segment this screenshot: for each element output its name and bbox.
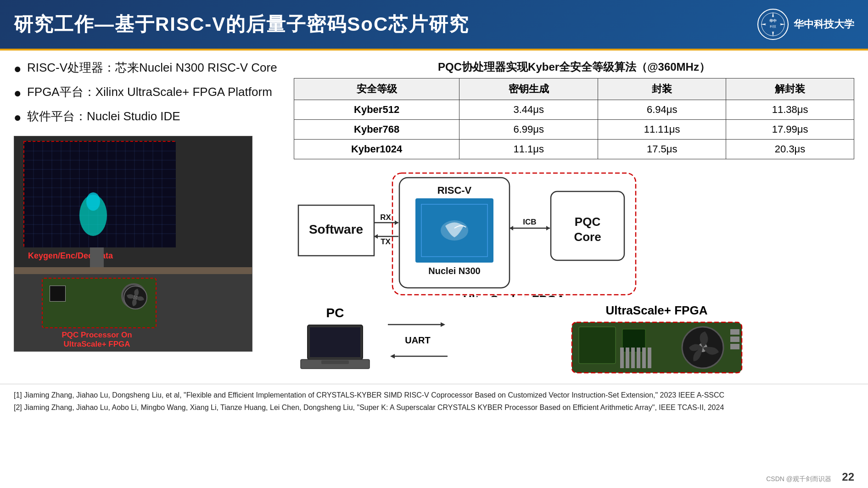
svg-point-35 [86,192,100,211]
monitor-dashed [23,141,175,247]
col-header-encap: 封装 [598,79,726,100]
kyber512-name: Kyber512 [294,100,459,120]
table-section: PQC协处理器实现Kyber全安全等级算法（@360MHz） 安全等级 密钥生成… [294,60,854,159]
svg-rect-70 [579,327,616,364]
uart-section: UART [386,318,450,363]
fpga-board-label: UltraScale+ FPGA [464,303,850,318]
page-number: 22 [842,471,854,483]
desk-surface [14,267,252,274]
arch-diagram-svg: Software RISC-V Nuclei N300 PQC Core [294,168,845,297]
university-name: 华中科技大学 [794,17,854,31]
fpga-fan-icon [121,283,146,309]
kyber768-name: Kyber768 [294,120,459,140]
left-column: ● RISC-V处理器：芯来Nuclei N300 RISC-V Core ● … [14,60,280,377]
table-header-row: 安全等级 密钥生成 封装 解封装 [294,79,854,100]
hw-diagram: PC [294,303,854,377]
bullet-dot-2: ● [14,84,22,102]
svg-rect-62 [310,327,360,357]
svg-text:Core: Core [574,230,601,244]
svg-rect-77 [637,348,640,368]
svg-text:RX: RX [380,213,391,222]
svg-rect-82 [730,344,739,349]
photo-container: Keygen/Enc/Dec Data [14,136,252,352]
svg-rect-76 [631,348,635,368]
header: 研究工作—基于RISC-V的后量子密码SoC芯片研究 华中 科技 华中科技大学 [0,0,868,50]
col-header-decap: 解封装 [726,79,854,100]
bullet-text-2: FPGA平台：Xilinx UltraScale+ FPGA Platform [27,84,272,100]
kyber512-keygen: 3.44μs [459,100,598,120]
bullet-dot-3: ● [14,108,22,126]
reference-1: [1] Jiaming Zhang, Jiahao Lu, Dongsheng … [14,389,854,401]
fan-blades-icon [123,285,148,310]
performance-table: 安全等级 密钥生成 封装 解封装 Kyber512 3.44μs 6.94μs … [294,78,854,159]
screen-grid-icon [24,142,176,247]
kyber768-encap: 11.11μs [598,120,726,140]
pqc-processor-label: PQC Processor OnUltraScale+ FPGA [51,331,143,349]
svg-text:Nuclei N300: Nuclei N300 [428,266,480,276]
bullet-text-3: 软件平台：Nuclei Studio IDE [27,108,180,124]
uart-arrow-right-icon [386,318,450,331]
kyber512-decap: 11.38μs [726,100,854,120]
svg-marker-56 [546,226,550,230]
svg-rect-80 [730,329,739,335]
references-section: [1] Jiaming Zhang, Jiahao Lu, Dongsheng … [0,384,868,418]
svg-rect-75 [626,348,629,368]
right-column: PQC协处理器实现Kyber全安全等级算法（@360MHz） 安全等级 密钥生成… [294,60,854,377]
bullet-list: ● RISC-V处理器：芯来Nuclei N300 RISC-V Core ● … [14,60,280,127]
fpga-board-icon [570,320,744,375]
kyber1024-decap: 20.3μs [726,140,854,159]
kyber1024-encap: 17.5μs [598,140,726,159]
svg-marker-50 [395,220,398,225]
bullet-item-2: ● FPGA平台：Xilinx UltraScale+ FPGA Platfor… [14,84,280,102]
bullet-text-1: RISC-V处理器：芯来Nuclei N300 RISC-V Core [27,60,277,76]
kyber512-encap: 6.94μs [598,100,726,120]
svg-text:华中: 华中 [769,19,777,23]
svg-text:Software: Software [309,222,363,236]
svg-rect-74 [620,348,624,368]
kyber768-decap: 17.99μs [726,120,854,140]
svg-text:RISC-V: RISC-V [437,185,472,196]
col-header-security: 安全等级 [294,79,459,100]
uart-label: UART [405,335,431,346]
kyber768-keygen: 6.99μs [459,120,598,140]
arch-diagram-container: Software RISC-V Nuclei N300 PQC Core [294,168,854,299]
uart-arrow-left-icon [386,349,450,363]
table-title: PQC协处理器实现Kyber全安全等级算法（@360MHz） [294,60,854,74]
kyber1024-keygen: 11.1μs [459,140,598,159]
svg-text:PQC: PQC [575,215,601,229]
svg-text:UltraScale+ FPGA: UltraScale+ FPGA [463,293,565,297]
watermark: CSDN @观千剑而识器 [766,475,831,483]
table-row: Kyber768 6.99μs 11.11μs 17.99μs [294,120,854,140]
svg-rect-79 [648,348,651,368]
svg-rect-81 [730,337,739,342]
kyber1024-name: Kyber1024 [294,140,459,159]
svg-marker-68 [390,354,395,359]
university-logo: 华中 科技 华中科技大学 [757,8,854,40]
page-title: 研究工作—基于RISC-V的后量子密码SoC芯片研究 [14,11,469,37]
svg-text:TX: TX [381,237,391,246]
pc-section: PC [298,306,372,375]
bullet-dot-1: ● [14,60,22,78]
fpga-chip-block [50,286,66,302]
logo-icon: 华中 科技 [757,8,789,40]
table-row: Kyber512 3.44μs 6.94μs 11.38μs [294,100,854,120]
svg-marker-66 [441,322,445,327]
svg-text:科技: 科技 [770,25,776,28]
svg-rect-78 [642,348,646,368]
reference-2: [2] Jiaming Zhang, Jiahao Lu, Aobo Li, M… [14,401,854,414]
table-row: Kyber1024 11.1μs 17.5μs 20.3μs [294,140,854,159]
bullet-item-3: ● 软件平台：Nuclei Studio IDE [14,108,280,126]
pc-label: PC [298,306,372,320]
svg-text:ICB: ICB [523,218,536,226]
svg-rect-64 [321,360,349,364]
main-content: ● RISC-V处理器：芯来Nuclei N300 RISC-V Core ● … [0,50,868,381]
col-header-keygen: 密钥生成 [459,79,598,100]
fpga-section: UltraScale+ FPGA [464,303,850,377]
bullet-item-1: ● RISC-V处理器：芯来Nuclei N300 RISC-V Core [14,60,280,78]
fpga-board [42,278,157,328]
laptop-icon [298,323,372,373]
